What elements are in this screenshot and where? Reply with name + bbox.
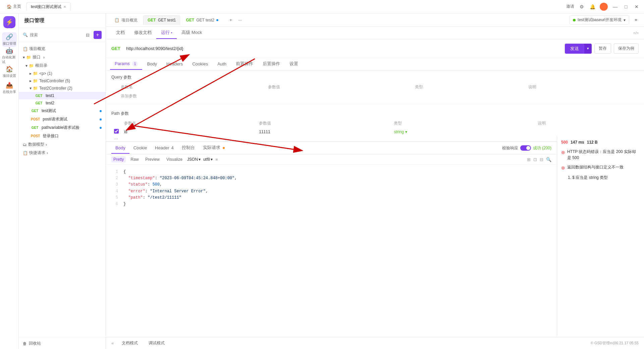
active-tab[interactable]: test接口测试测试 ✕ — [26, 2, 70, 11]
error-icon-1: ⊗ — [561, 149, 565, 156]
post-req-label: posti请求测试 — [43, 116, 67, 122]
tree-test-controller[interactable]: ▸ 📁 TestController (5) — [19, 77, 106, 85]
ellipsis-btn[interactable]: ··· — [114, 136, 118, 141]
url-input[interactable] — [126, 46, 562, 51]
tree-search-bar: 🔍 ⊟ + — [19, 28, 106, 42]
tree-project-overview[interactable]: 📋 项目概览 — [19, 45, 106, 53]
params-tabs: Params 1 Body Headers Cookies Auth — [106, 58, 644, 70]
toggle-switch[interactable] — [520, 145, 531, 151]
env-selector[interactable]: test测试baseurl开发环境 ▾ — [569, 15, 629, 24]
tree-recycle[interactable]: 🗑 回收站 — [19, 338, 106, 349]
bottom-chevron-left[interactable]: « — [111, 341, 114, 346]
sidebar-item-automation[interactable]: 🤖 自动化测试 — [2, 48, 17, 63]
home-btn[interactable]: 🏠 主页 — [4, 2, 24, 11]
tab-bar-more-btn[interactable]: ≡ — [632, 16, 640, 24]
avatar[interactable] — [600, 3, 608, 11]
debug-mode-btn[interactable]: 调试模式 — [146, 339, 167, 347]
sidebar-item-interface[interactable]: 🔗 接口管理 — [2, 32, 17, 47]
post-ops-tab[interactable]: 后置操作 — [258, 58, 285, 70]
format-pretty[interactable]: Pretty — [111, 156, 126, 162]
tree-test-test[interactable]: GET test测试 — [19, 107, 106, 115]
active-tab-label: test接口测试测试 — [31, 4, 61, 10]
clear-btn[interactable]: ⊟ — [540, 157, 543, 162]
tab-get-test1[interactable]: GET GET test1 — [143, 15, 180, 25]
tab-project-overview[interactable]: 📋 项目概览 — [110, 15, 142, 25]
notification-icon[interactable]: 🔔 — [589, 3, 596, 10]
save-btn[interactable]: 暂存 — [594, 43, 611, 54]
param-checkbox[interactable] — [114, 129, 119, 134]
response-header-tab[interactable]: Header 4 — [151, 143, 178, 154]
download-btn[interactable]: ⊡ — [533, 157, 537, 162]
save-example-btn[interactable]: 保存为例 — [614, 43, 639, 54]
copy-btn[interactable]: ⊞ — [527, 157, 531, 162]
response-time: 147 ms — [571, 140, 584, 145]
sidebar-item-share[interactable]: 📤 在线分享 — [2, 81, 17, 95]
response-body-tab[interactable]: Body — [111, 143, 129, 154]
body-tab[interactable]: Body — [142, 59, 162, 70]
recycle-label: 回收站 — [29, 341, 41, 346]
error-text-2: 返回数据结构与接口定义不一致 — [567, 164, 624, 170]
tree-test1[interactable]: GET test1 — [19, 92, 106, 99]
col-value-header: 参数值 — [265, 83, 413, 91]
param-desc[interactable] — [535, 128, 639, 136]
search-input[interactable] — [30, 33, 82, 37]
auth-tab[interactable]: Auth — [213, 59, 231, 70]
add-param-row[interactable]: 添加参数 — [111, 91, 639, 101]
add-tab-btn[interactable]: + — [227, 16, 235, 24]
format-visualize[interactable]: Visualize — [164, 156, 184, 162]
doc-mode-btn[interactable]: 文档模式 — [119, 339, 141, 347]
tree-path-variable[interactable]: GET pathvariable请求试验 — [19, 123, 106, 132]
sub-tab-run[interactable]: 运行 • — [156, 27, 177, 39]
settings-tab[interactable]: 设置 — [285, 58, 303, 70]
pre-ops-tab[interactable]: 前置操作 — [231, 58, 258, 70]
project-label: 项目设置 — [3, 73, 16, 78]
minimize-icon[interactable]: — — [612, 3, 619, 10]
sub-tab-edit[interactable]: 修改文档 — [129, 27, 156, 39]
search-response-btn[interactable]: 🔍 — [546, 157, 551, 162]
close-icon[interactable]: ✕ — [633, 3, 640, 10]
tab-get-test2[interactable]: GET GET test2 — [181, 15, 222, 24]
format-json-select[interactable]: JSON ▾ — [187, 157, 201, 162]
tree-quick-request[interactable]: 📋 快捷请求 › — [19, 149, 106, 157]
params-tab[interactable]: Params 1 — [110, 58, 142, 70]
tree-post-request[interactable]: POST posti请求测试 — [19, 115, 106, 123]
response-cookie-tab[interactable]: Cookie — [129, 143, 151, 154]
tab-bar: 📋 项目概览 GET GET test1 GET GET test2 + ···… — [106, 13, 644, 27]
tree-test2[interactable]: GET test2 — [19, 99, 106, 107]
interface-expand-icon: ▾ — [23, 55, 25, 60]
sub-tab-mock[interactable]: 高级 Mock — [177, 27, 207, 39]
add-param-label[interactable]: 添加参数 — [118, 91, 639, 101]
format-wrap-btn[interactable]: ≡ — [215, 157, 218, 162]
add-btn[interactable]: + — [94, 31, 102, 39]
response-console-tab[interactable]: 控制台 — [178, 142, 199, 154]
sidebar-item-project[interactable]: 🏠 项目设置 — [2, 64, 17, 79]
format-preview[interactable]: Preview — [143, 156, 162, 162]
tree-data-model[interactable]: 🗂 数据模型 › — [19, 140, 106, 149]
headers-tab[interactable]: Headers — [162, 59, 187, 70]
project-icon: 🏠 — [6, 65, 13, 73]
more-tabs-btn[interactable]: ··· — [236, 16, 244, 24]
maximize-icon[interactable]: □ — [623, 3, 629, 10]
error-text-1: HTTP 状态码错误：应当是 200 实际却是 500 — [567, 149, 640, 161]
param-type[interactable]: string ▾ — [394, 130, 532, 134]
format-utf8-select[interactable]: utf8 ▾ — [203, 157, 213, 162]
response-actual-dot — [223, 147, 225, 149]
tab-close-btn[interactable]: ✕ — [63, 5, 66, 9]
format-raw[interactable]: Raw — [128, 156, 141, 162]
sub-tab-doc[interactable]: 文档 — [111, 27, 129, 39]
param-id-value[interactable]: 11111 — [256, 128, 391, 136]
cookies-tab[interactable]: Cookies — [187, 59, 213, 70]
tree-p[interactable]: ▸ 📁 <p> (1) — [19, 70, 106, 77]
filter-btn[interactable]: ⊟ — [84, 31, 92, 39]
tree-login[interactable]: POST 登录接口 — [19, 132, 106, 140]
send-button[interactable]: 发送 — [565, 44, 584, 54]
code-btn[interactable]: </> — [633, 31, 639, 35]
qr-label: 快捷请求 — [29, 150, 45, 156]
response-actual-request-tab[interactable]: 实际请求 — [199, 142, 229, 154]
p-folder-icon: 📁 — [33, 71, 38, 76]
tree-test2-controller[interactable]: ▾ 📁 Test2Controller (2) — [19, 85, 106, 92]
settings-icon[interactable]: ⚙ — [578, 3, 585, 10]
tree-interface[interactable]: ▾ 📁 接口 › — [19, 53, 106, 61]
send-dropdown-btn[interactable]: ▾ — [584, 44, 592, 54]
tree-root[interactable]: ▾ 📁 根目录 — [19, 61, 106, 70]
